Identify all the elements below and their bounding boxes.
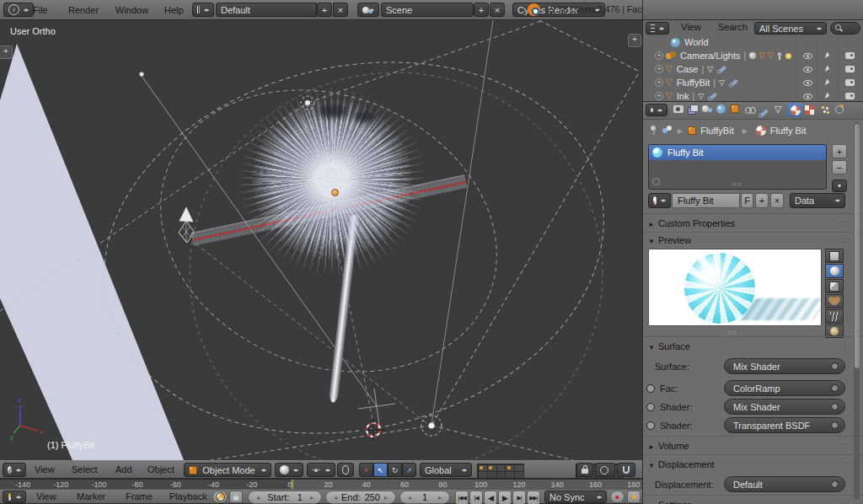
toolbar-expand-handle[interactable]: + bbox=[0, 46, 13, 59]
snap-toggle[interactable] bbox=[617, 463, 635, 477]
new-material-button[interactable]: + bbox=[755, 193, 769, 208]
current-frame-field[interactable]: ◂ 1 ▸ bbox=[399, 491, 450, 504]
outliner-item-case[interactable]: + ▽ Case | ▽ bbox=[643, 62, 863, 76]
properties-shelf-expand-handle[interactable]: + bbox=[628, 34, 641, 47]
expand-icon[interactable]: + bbox=[655, 51, 663, 60]
restrict-render-toggle[interactable] bbox=[840, 89, 859, 101]
tab-render-layers[interactable] bbox=[688, 105, 697, 115]
preview-type-monkey-button[interactable] bbox=[825, 294, 844, 308]
outliner-item-ink[interactable]: + ▽ Ink | ▽ bbox=[643, 89, 863, 101]
properties-scrollbar-thumb[interactable] bbox=[855, 124, 860, 368]
panel-volume[interactable]: ►Volume ::: bbox=[648, 439, 850, 453]
next-keyframe-button[interactable]: ▶| bbox=[512, 491, 526, 504]
close-layout-button[interactable]: × bbox=[333, 3, 348, 17]
outliner-scope-dropdown[interactable]: All Scenes bbox=[754, 22, 827, 35]
play-reverse-button[interactable]: ◀ bbox=[484, 491, 497, 504]
editor-type-button-3dview[interactable] bbox=[3, 463, 26, 477]
restrict-view-toggle[interactable] bbox=[798, 62, 817, 76]
add-layout-button[interactable]: + bbox=[317, 3, 332, 17]
preview-resize-grip[interactable]: == bbox=[727, 328, 738, 336]
menu-help[interactable]: Help bbox=[157, 1, 191, 19]
panel-surface[interactable]: ▼Surface ::: bbox=[648, 340, 850, 353]
editor-type-button-outliner[interactable] bbox=[646, 22, 669, 35]
material-link-dropdown[interactable]: Data bbox=[790, 193, 845, 208]
restrict-select-toggle[interactable] bbox=[818, 89, 837, 101]
lamp-dot[interactable] bbox=[305, 100, 310, 105]
breadcrumb-object-name[interactable]: FluffyBit bbox=[700, 126, 734, 136]
manipulator-rotate-toggle[interactable]: ↻ bbox=[388, 463, 402, 477]
tab-constraints[interactable] bbox=[745, 105, 755, 115]
panel-preview[interactable]: ▼Preview ::: bbox=[648, 233, 850, 247]
previous-keyframe-button[interactable]: |◀ bbox=[469, 491, 483, 504]
preview-type-sphere-button[interactable] bbox=[825, 264, 844, 278]
object-origin-dot[interactable] bbox=[331, 189, 339, 196]
menu-view3d-object[interactable]: Object bbox=[140, 461, 182, 479]
panel-custom-properties[interactable]: ►Custom Properties ::: bbox=[648, 217, 850, 230]
menu-outliner-view[interactable]: View bbox=[673, 20, 709, 36]
jump-to-start-button[interactable]: |◀◀ bbox=[455, 491, 469, 504]
tab-render[interactable] bbox=[673, 105, 683, 115]
mode-dropdown[interactable]: Object Mode bbox=[184, 463, 271, 477]
displacement-dropdown[interactable]: Default bbox=[724, 476, 845, 492]
expand-icon[interactable]: + bbox=[655, 92, 663, 100]
manipulate-center-points-toggle[interactable] bbox=[337, 463, 354, 477]
manipulator-scale-toggle[interactable]: ↗ bbox=[402, 463, 416, 477]
preview-type-hair-button[interactable] bbox=[825, 309, 844, 324]
sync-mode-dropdown[interactable]: No Sync bbox=[544, 491, 607, 503]
menu-timeline-view[interactable]: View bbox=[29, 488, 64, 504]
viewport-shading-dropdown[interactable] bbox=[275, 463, 303, 477]
menu-timeline-frame[interactable]: Frame bbox=[118, 488, 160, 504]
scene-icon-dropdown[interactable] bbox=[357, 3, 379, 17]
manipulator-translate-toggle[interactable]: ↖ bbox=[373, 463, 388, 477]
shader2-input-dropdown[interactable]: Transparent BSDF bbox=[724, 417, 845, 433]
editor-type-button-properties[interactable] bbox=[646, 104, 667, 116]
play-button[interactable]: ▶ bbox=[498, 491, 512, 504]
outliner-item-fluffybit[interactable]: + ▽ FluffyBit | ▽ bbox=[643, 76, 863, 89]
lock-time-toggle[interactable] bbox=[229, 491, 243, 503]
menu-timeline-marker[interactable]: Marker bbox=[69, 488, 113, 504]
proportional-edit-dropdown[interactable] bbox=[595, 463, 615, 477]
screen-layout-name-field[interactable]: Default bbox=[216, 3, 317, 17]
screen-layout-icon-dropdown[interactable] bbox=[192, 3, 214, 17]
empty-dot[interactable] bbox=[140, 72, 144, 77]
menu-window[interactable]: Window bbox=[108, 1, 156, 19]
restrict-render-toggle[interactable] bbox=[840, 62, 859, 76]
tab-particles[interactable] bbox=[820, 105, 829, 115]
preview-range-toggle[interactable] bbox=[212, 491, 228, 503]
editor-type-button-timeline[interactable] bbox=[3, 491, 26, 503]
tab-modifiers[interactable] bbox=[760, 106, 769, 116]
fake-user-button[interactable]: F bbox=[741, 193, 753, 208]
menu-view3d-select[interactable]: Select bbox=[64, 461, 105, 479]
pin-icon[interactable] bbox=[650, 126, 657, 137]
restrict-view-toggle[interactable] bbox=[798, 76, 817, 89]
outliner-search-field[interactable] bbox=[830, 22, 860, 35]
outliner-item-camera-lights[interactable]: + Camera/Lights | ▽ ▽ bbox=[643, 49, 863, 62]
material-browse-dropdown[interactable] bbox=[648, 193, 671, 208]
add-scene-button[interactable]: + bbox=[474, 3, 489, 17]
auto-keyframe-button[interactable]: ◆ bbox=[627, 491, 641, 503]
tab-object[interactable] bbox=[731, 105, 739, 115]
pivot-point-dropdown[interactable] bbox=[307, 463, 335, 477]
unlink-material-button[interactable]: × bbox=[770, 193, 784, 208]
record-button[interactable]: ● bbox=[610, 491, 624, 503]
menu-render[interactable]: Render bbox=[61, 1, 106, 19]
preview-type-flat-button[interactable] bbox=[825, 249, 844, 263]
tab-scene[interactable] bbox=[702, 105, 712, 115]
restrict-view-toggle[interactable] bbox=[798, 49, 817, 62]
menu-view3d-add[interactable]: Add bbox=[108, 461, 140, 479]
restrict-select-toggle[interactable] bbox=[818, 49, 837, 62]
close-scene-button[interactable]: × bbox=[490, 3, 505, 17]
menu-outliner-search[interactable]: Search bbox=[710, 20, 755, 36]
list-resize-grip[interactable]: == bbox=[732, 180, 743, 188]
tab-world[interactable] bbox=[716, 105, 726, 115]
remove-material-slot-button[interactable]: − bbox=[832, 160, 847, 174]
layers-grid-1[interactable] bbox=[477, 464, 524, 479]
scene-lock-toggle[interactable] bbox=[576, 463, 593, 477]
scene-name-field[interactable]: Scene bbox=[381, 3, 474, 17]
menu-view3d-view[interactable]: View bbox=[27, 461, 62, 479]
panel-settings[interactable]: ►Settings ::: bbox=[648, 498, 850, 504]
surface-shader-dropdown[interactable]: Mix Shader bbox=[724, 358, 845, 374]
cursor-3d[interactable] bbox=[362, 418, 385, 442]
tab-material-active[interactable] bbox=[788, 103, 802, 117]
manipulator-axis-toggle[interactable]: + bbox=[359, 463, 373, 477]
